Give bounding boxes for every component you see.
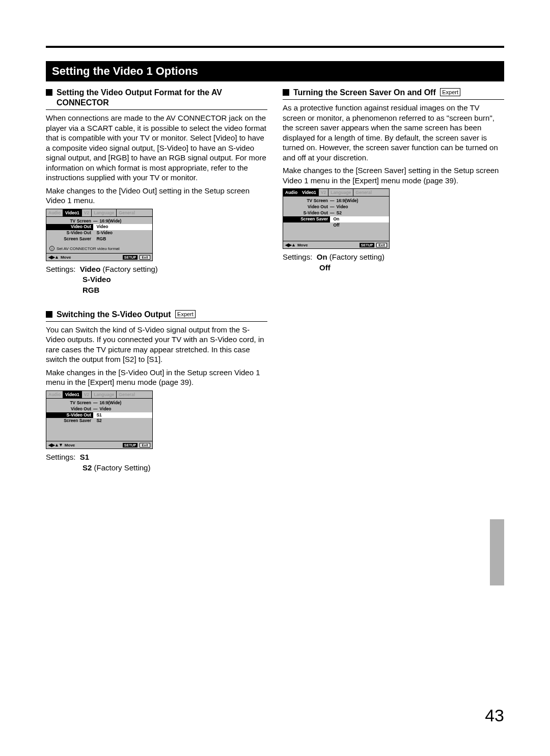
- section2-paragraph-1: You can Switch the kind of S-Video signa…: [46, 325, 267, 365]
- section-banner: Setting the Video 1 Options: [46, 61, 504, 81]
- osd-row: Video Out—Video: [46, 406, 152, 412]
- osd-row-selected: S-Video Out S1: [46, 412, 152, 418]
- section3-paragraph-1: As a protective function against residua…: [283, 103, 504, 162]
- osd-tab-audio: Audio: [46, 391, 63, 398]
- section2-paragraph-2: Make changes in the [S-Video Out] in the…: [46, 368, 267, 387]
- section3-title: Turning the Screen Saver On and Off: [293, 88, 436, 97]
- osd-tab-v2: V2: [82, 391, 92, 398]
- osd-row: TV Screen—16:9(Wide): [46, 400, 152, 406]
- osd-move-label: Move: [61, 255, 71, 260]
- osd-exit-badge: Exit: [140, 255, 150, 260]
- osd-tab-general: General: [353, 189, 374, 196]
- bullet-square-icon: [46, 89, 52, 96]
- section2-title: Switching the S-Video Output: [57, 310, 171, 319]
- section1-paragraph-1: When connections are made to the AV CONN…: [46, 113, 267, 183]
- osd-setup-badge: SETUP: [123, 255, 138, 260]
- section2-heading: Switching the S-Video Output Expert: [46, 310, 267, 322]
- side-index-tab: [490, 519, 504, 585]
- section3-settings: Settings: On (Factory setting) Off: [283, 252, 504, 273]
- section1-settings: Settings: Video (Factory setting) S-Vide…: [46, 264, 267, 295]
- osd-tab-video1: Video1: [63, 391, 82, 398]
- osd-exit-badge: Exit: [376, 243, 387, 247]
- osd-row-selected: Screen Saver On: [283, 216, 389, 222]
- right-column: Turning the Screen Saver On and Off Expe…: [283, 88, 504, 487]
- osd-tab-v2: V2: [319, 189, 328, 196]
- osd-row: Off: [283, 222, 389, 229]
- osd-tab-language: Language: [92, 391, 117, 398]
- osd-tab-general: General: [117, 391, 137, 398]
- osd-menu-video-out: Audio Video1 V2 Language General TV Scre…: [46, 209, 153, 262]
- section3-heading: Turning the Screen Saver On and Off Expe…: [283, 88, 504, 100]
- section1-title-line2: CONNECTOR: [57, 98, 109, 107]
- osd-row: Screen Saver S2: [46, 418, 152, 424]
- osd-row: Screen Saver RGB: [46, 236, 152, 242]
- osd-info-text: iSet AV CONNECTOR video format: [46, 244, 152, 253]
- section2-settings: Settings: S1 S2 (Factory Setting): [46, 452, 267, 473]
- section1-paragraph-2: Make changes to the [Video Out] setting …: [46, 186, 267, 206]
- section3-paragraph-2: Make changes to the [Screen Saver] setti…: [283, 165, 504, 185]
- osd-move-label: Move: [65, 443, 75, 447]
- osd-tab-general: General: [117, 209, 137, 216]
- top-rule: [46, 46, 504, 48]
- expert-badge: Expert: [175, 310, 196, 318]
- osd-exit-badge: Exit: [140, 443, 150, 447]
- osd-tab-video1: Video1: [63, 209, 82, 216]
- nav-arrows-icon: ◀▶▲▼: [48, 442, 63, 447]
- left-column: Setting the Video Output Format for the …: [46, 88, 267, 487]
- osd-row: TV Screen—16:9(Wide): [283, 198, 389, 204]
- osd-tab-v2: V2: [82, 209, 92, 216]
- osd-move-label: Move: [297, 243, 308, 247]
- osd-setup-badge: SETUP: [360, 243, 374, 247]
- section1-heading: Setting the Video Output Format for the …: [46, 88, 267, 110]
- expert-badge: Expert: [440, 88, 460, 96]
- nav-arrows-icon: ◀▶▲: [48, 255, 59, 260]
- nav-arrows-icon: ◀▶▲: [285, 242, 295, 247]
- osd-tab-language: Language: [92, 209, 117, 216]
- info-icon: i: [49, 246, 54, 251]
- osd-row: TV Screen—16:9(Wide): [46, 218, 152, 225]
- osd-menu-svideo-out: Audio Video1 V2 Language General TV Scre…: [46, 390, 153, 450]
- bullet-square-icon: [46, 311, 52, 318]
- osd-setup-badge: SETUP: [123, 443, 138, 447]
- osd-row-selected: Video Out Video: [46, 224, 152, 230]
- osd-row: S-Video Out—S2: [283, 210, 389, 216]
- osd-row: Video Out—Video: [283, 204, 389, 210]
- osd-menu-screen-saver: Audio Video1 V2 Language General TV Scre…: [283, 188, 390, 249]
- osd-tab-audio: Audio: [46, 209, 63, 216]
- osd-row: S-Video Out S-Video: [46, 230, 152, 236]
- bullet-square-icon: [283, 89, 289, 96]
- page-number: 43: [485, 706, 504, 725]
- section1-title-line1: Setting the Video Output Format for the …: [57, 88, 222, 97]
- osd-tab-language: Language: [328, 189, 353, 196]
- osd-tab-video1: Video1: [300, 189, 319, 196]
- osd-tab-audio: Audio: [283, 189, 300, 196]
